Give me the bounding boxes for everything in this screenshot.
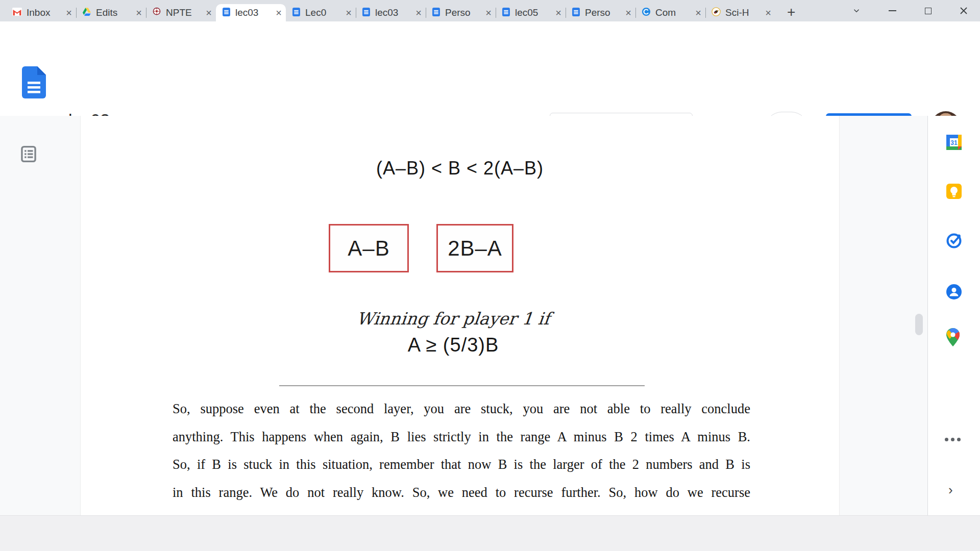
docs-icon [222, 8, 231, 18]
docs-icon [572, 8, 580, 18]
close-window-icon[interactable] [949, 0, 978, 21]
browser-tab-lec03-active[interactable]: lec03 × [216, 4, 286, 21]
docs-icon [432, 8, 440, 18]
handwritten-caption: Winning for player 1 if [80, 309, 827, 329]
gmail-icon [12, 8, 22, 18]
close-icon[interactable]: × [276, 8, 282, 18]
close-icon[interactable]: × [66, 8, 72, 18]
new-tab-button[interactable]: + [787, 4, 795, 20]
inequality-formula: (A–B) < B < 2(A–B) [81, 158, 839, 179]
tab-label: Inbox [27, 7, 64, 18]
expression-box-left: A–B [329, 224, 409, 272]
horizontal-divider [279, 385, 645, 386]
browser-tab-perso-2[interactable]: Perso × [566, 4, 635, 21]
browser-tab-inbox[interactable]: Inbox × [6, 4, 76, 21]
browser-tab-lec03-2[interactable]: lec03 × [356, 4, 426, 21]
windows-taskbar: G ENG IN 18:27 30-01-2022 [0, 515, 980, 551]
minimize-icon[interactable] [877, 0, 907, 21]
tab-label: Perso [585, 7, 623, 18]
paragraph-line: So, if B is stuck in this situation, rem… [173, 450, 750, 479]
tab-label: lec03 [235, 7, 274, 18]
browser-tab-nptel[interactable]: NPTE × [146, 4, 216, 21]
browser-tab-perso-1[interactable]: Perso × [426, 4, 496, 21]
docs-content-area: (A–B) < B < 2(A–B) A–B 2B–A Winning for … [0, 116, 980, 515]
svg-text:31: 31 [950, 139, 958, 146]
browser-tabstrip: Inbox × Edits × NPTE × lec03 × Lec0 × le… [0, 0, 980, 21]
close-icon[interactable]: × [415, 8, 422, 18]
maps-icon[interactable] [945, 328, 963, 345]
docs-icon [362, 8, 371, 18]
google-side-panel: 31 › [927, 116, 980, 515]
tab-label: lec05 [515, 7, 553, 18]
maximize-icon[interactable] [913, 0, 943, 21]
tab-label: Perso [445, 7, 483, 18]
drive-icon [82, 8, 91, 18]
docs-icon [292, 8, 301, 18]
expression-box-right: 2B–A [436, 224, 513, 272]
paragraph-line: anything. This happens when again, B lie… [173, 423, 750, 451]
winning-condition-formula: A ≥ (5/3)B [81, 334, 826, 356]
tab-label: lec03 [375, 7, 413, 18]
collapse-panel-chevron-icon[interactable]: › [948, 482, 953, 498]
browser-toolbar: docs.google.com/document/d/1_PlbC6USs0Gf… [0, 21, 980, 45]
browser-tab-com[interactable]: Com × [635, 4, 705, 21]
browser-tab-edits[interactable]: Edits × [76, 4, 146, 21]
close-icon[interactable]: × [695, 8, 701, 18]
docs-header: lec03 .DOC File Edit View Tools Help Req… [0, 45, 980, 116]
close-icon[interactable]: × [346, 8, 352, 18]
document-page[interactable]: (A–B) < B < 2(A–B) A–B 2B–A Winning for … [80, 116, 840, 515]
scrollbar-thumb[interactable] [915, 314, 923, 335]
docs-logo-icon[interactable] [22, 66, 46, 101]
scihub-icon [712, 7, 721, 18]
browser-tab-lec05[interactable]: lec05 × [496, 4, 566, 21]
document-outline-icon[interactable] [20, 145, 37, 165]
tab-label: Edits [96, 7, 134, 18]
close-icon[interactable]: × [555, 8, 561, 18]
keep-icon[interactable] [945, 183, 963, 200]
close-icon[interactable]: × [485, 8, 492, 18]
close-icon[interactable]: × [206, 8, 212, 18]
tab-label: NPTE [166, 7, 204, 18]
close-icon[interactable]: × [136, 8, 142, 18]
browser-tab-scihub[interactable]: Sci-H × [705, 4, 775, 21]
paragraph-line: So, suppose even at the second layer, yo… [173, 395, 750, 423]
box-left-label: A–B [348, 236, 389, 261]
calendar-icon[interactable]: 31 [945, 134, 963, 151]
tab-search-chevron-icon[interactable] [842, 0, 871, 21]
paragraph: So, suppose even at the second layer, yo… [173, 395, 750, 506]
contacts-icon[interactable] [945, 283, 963, 300]
close-icon[interactable]: × [625, 8, 631, 18]
tasks-icon[interactable] [945, 232, 963, 249]
paragraph-line: in this range. We do not really know. So… [173, 479, 750, 507]
docs-icon [502, 8, 510, 18]
box-right-label: 2B–A [448, 236, 502, 261]
link-icon [642, 7, 651, 18]
tab-label: Com [655, 7, 693, 18]
more-options-icon[interactable] [945, 438, 961, 441]
browser-tab-lec0[interactable]: Lec0 × [286, 4, 356, 21]
tab-label: Sci-H [725, 7, 763, 18]
close-icon[interactable]: × [765, 8, 771, 18]
nptel-icon [152, 7, 161, 18]
tab-label: Lec0 [305, 7, 344, 18]
